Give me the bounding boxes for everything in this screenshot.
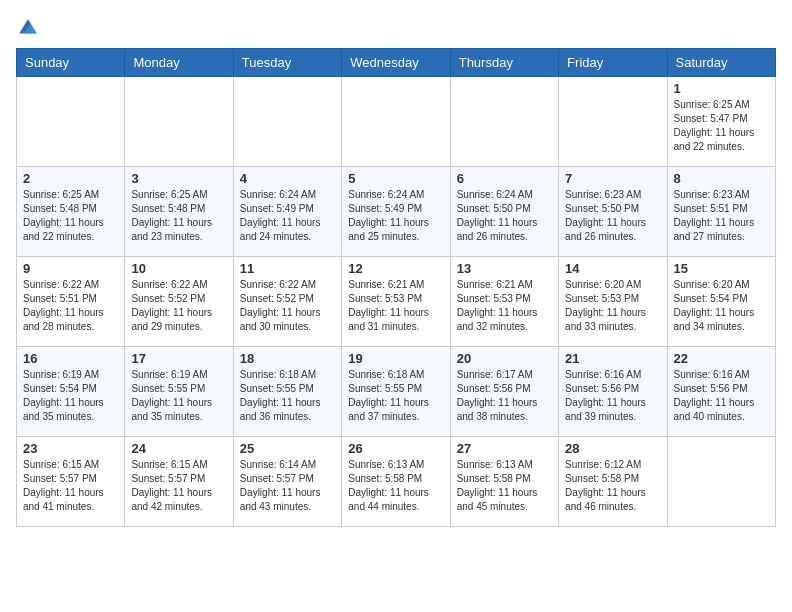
calendar-cell: 12Sunrise: 6:21 AM Sunset: 5:53 PM Dayli… (342, 257, 450, 347)
day-info: Sunrise: 6:22 AM Sunset: 5:51 PM Dayligh… (23, 278, 118, 334)
calendar-cell: 3Sunrise: 6:25 AM Sunset: 5:48 PM Daylig… (125, 167, 233, 257)
calendar-cell: 11Sunrise: 6:22 AM Sunset: 5:52 PM Dayli… (233, 257, 341, 347)
day-header-friday: Friday (559, 49, 667, 77)
calendar-cell: 23Sunrise: 6:15 AM Sunset: 5:57 PM Dayli… (17, 437, 125, 527)
day-number: 9 (23, 261, 118, 276)
day-info: Sunrise: 6:12 AM Sunset: 5:58 PM Dayligh… (565, 458, 660, 514)
calendar-cell: 9Sunrise: 6:22 AM Sunset: 5:51 PM Daylig… (17, 257, 125, 347)
calendar-cell: 22Sunrise: 6:16 AM Sunset: 5:56 PM Dayli… (667, 347, 775, 437)
day-number: 19 (348, 351, 443, 366)
day-info: Sunrise: 6:20 AM Sunset: 5:53 PM Dayligh… (565, 278, 660, 334)
day-info: Sunrise: 6:24 AM Sunset: 5:49 PM Dayligh… (348, 188, 443, 244)
day-number: 13 (457, 261, 552, 276)
calendar-cell: 20Sunrise: 6:17 AM Sunset: 5:56 PM Dayli… (450, 347, 558, 437)
calendar-cell: 15Sunrise: 6:20 AM Sunset: 5:54 PM Dayli… (667, 257, 775, 347)
day-number: 2 (23, 171, 118, 186)
calendar-week-row: 23Sunrise: 6:15 AM Sunset: 5:57 PM Dayli… (17, 437, 776, 527)
day-number: 22 (674, 351, 769, 366)
calendar-cell (125, 77, 233, 167)
day-number: 16 (23, 351, 118, 366)
day-info: Sunrise: 6:18 AM Sunset: 5:55 PM Dayligh… (240, 368, 335, 424)
calendar-cell: 8Sunrise: 6:23 AM Sunset: 5:51 PM Daylig… (667, 167, 775, 257)
day-header-tuesday: Tuesday (233, 49, 341, 77)
day-number: 18 (240, 351, 335, 366)
day-info: Sunrise: 6:21 AM Sunset: 5:53 PM Dayligh… (457, 278, 552, 334)
day-info: Sunrise: 6:25 AM Sunset: 5:48 PM Dayligh… (23, 188, 118, 244)
calendar-cell (233, 77, 341, 167)
day-number: 14 (565, 261, 660, 276)
day-info: Sunrise: 6:22 AM Sunset: 5:52 PM Dayligh… (240, 278, 335, 334)
day-info: Sunrise: 6:24 AM Sunset: 5:50 PM Dayligh… (457, 188, 552, 244)
calendar-cell (450, 77, 558, 167)
day-info: Sunrise: 6:21 AM Sunset: 5:53 PM Dayligh… (348, 278, 443, 334)
day-number: 6 (457, 171, 552, 186)
calendar-cell: 13Sunrise: 6:21 AM Sunset: 5:53 PM Dayli… (450, 257, 558, 347)
calendar-cell: 17Sunrise: 6:19 AM Sunset: 5:55 PM Dayli… (125, 347, 233, 437)
calendar-cell: 21Sunrise: 6:16 AM Sunset: 5:56 PM Dayli… (559, 347, 667, 437)
calendar-cell: 4Sunrise: 6:24 AM Sunset: 5:49 PM Daylig… (233, 167, 341, 257)
calendar-cell: 14Sunrise: 6:20 AM Sunset: 5:53 PM Dayli… (559, 257, 667, 347)
day-header-monday: Monday (125, 49, 233, 77)
day-info: Sunrise: 6:23 AM Sunset: 5:51 PM Dayligh… (674, 188, 769, 244)
day-number: 10 (131, 261, 226, 276)
calendar-cell: 2Sunrise: 6:25 AM Sunset: 5:48 PM Daylig… (17, 167, 125, 257)
day-number: 28 (565, 441, 660, 456)
day-info: Sunrise: 6:22 AM Sunset: 5:52 PM Dayligh… (131, 278, 226, 334)
day-info: Sunrise: 6:19 AM Sunset: 5:55 PM Dayligh… (131, 368, 226, 424)
calendar-cell: 27Sunrise: 6:13 AM Sunset: 5:58 PM Dayli… (450, 437, 558, 527)
day-info: Sunrise: 6:18 AM Sunset: 5:55 PM Dayligh… (348, 368, 443, 424)
day-number: 25 (240, 441, 335, 456)
day-number: 23 (23, 441, 118, 456)
day-header-wednesday: Wednesday (342, 49, 450, 77)
logo (16, 16, 44, 40)
calendar-cell (342, 77, 450, 167)
calendar-cell (17, 77, 125, 167)
day-number: 17 (131, 351, 226, 366)
day-info: Sunrise: 6:25 AM Sunset: 5:47 PM Dayligh… (674, 98, 769, 154)
day-info: Sunrise: 6:24 AM Sunset: 5:49 PM Dayligh… (240, 188, 335, 244)
day-number: 11 (240, 261, 335, 276)
day-number: 24 (131, 441, 226, 456)
calendar-cell (559, 77, 667, 167)
calendar-week-row: 9Sunrise: 6:22 AM Sunset: 5:51 PM Daylig… (17, 257, 776, 347)
calendar-cell: 26Sunrise: 6:13 AM Sunset: 5:58 PM Dayli… (342, 437, 450, 527)
day-info: Sunrise: 6:17 AM Sunset: 5:56 PM Dayligh… (457, 368, 552, 424)
calendar-week-row: 2Sunrise: 6:25 AM Sunset: 5:48 PM Daylig… (17, 167, 776, 257)
day-number: 26 (348, 441, 443, 456)
day-info: Sunrise: 6:25 AM Sunset: 5:48 PM Dayligh… (131, 188, 226, 244)
day-header-sunday: Sunday (17, 49, 125, 77)
day-number: 3 (131, 171, 226, 186)
day-number: 12 (348, 261, 443, 276)
day-header-thursday: Thursday (450, 49, 558, 77)
day-info: Sunrise: 6:13 AM Sunset: 5:58 PM Dayligh… (457, 458, 552, 514)
day-number: 1 (674, 81, 769, 96)
day-info: Sunrise: 6:14 AM Sunset: 5:57 PM Dayligh… (240, 458, 335, 514)
day-number: 21 (565, 351, 660, 366)
day-number: 8 (674, 171, 769, 186)
day-header-saturday: Saturday (667, 49, 775, 77)
day-info: Sunrise: 6:19 AM Sunset: 5:54 PM Dayligh… (23, 368, 118, 424)
day-info: Sunrise: 6:13 AM Sunset: 5:58 PM Dayligh… (348, 458, 443, 514)
day-number: 5 (348, 171, 443, 186)
page-header (16, 16, 776, 40)
calendar-cell: 5Sunrise: 6:24 AM Sunset: 5:49 PM Daylig… (342, 167, 450, 257)
calendar-cell: 7Sunrise: 6:23 AM Sunset: 5:50 PM Daylig… (559, 167, 667, 257)
day-number: 7 (565, 171, 660, 186)
calendar-header-row: SundayMondayTuesdayWednesdayThursdayFrid… (17, 49, 776, 77)
calendar-cell: 24Sunrise: 6:15 AM Sunset: 5:57 PM Dayli… (125, 437, 233, 527)
calendar-week-row: 1Sunrise: 6:25 AM Sunset: 5:47 PM Daylig… (17, 77, 776, 167)
calendar-cell: 19Sunrise: 6:18 AM Sunset: 5:55 PM Dayli… (342, 347, 450, 437)
day-info: Sunrise: 6:15 AM Sunset: 5:57 PM Dayligh… (131, 458, 226, 514)
calendar-cell (667, 437, 775, 527)
day-number: 15 (674, 261, 769, 276)
calendar-cell: 18Sunrise: 6:18 AM Sunset: 5:55 PM Dayli… (233, 347, 341, 437)
day-info: Sunrise: 6:23 AM Sunset: 5:50 PM Dayligh… (565, 188, 660, 244)
day-info: Sunrise: 6:15 AM Sunset: 5:57 PM Dayligh… (23, 458, 118, 514)
calendar-cell: 16Sunrise: 6:19 AM Sunset: 5:54 PM Dayli… (17, 347, 125, 437)
calendar-week-row: 16Sunrise: 6:19 AM Sunset: 5:54 PM Dayli… (17, 347, 776, 437)
day-info: Sunrise: 6:20 AM Sunset: 5:54 PM Dayligh… (674, 278, 769, 334)
calendar-cell: 1Sunrise: 6:25 AM Sunset: 5:47 PM Daylig… (667, 77, 775, 167)
calendar-cell: 28Sunrise: 6:12 AM Sunset: 5:58 PM Dayli… (559, 437, 667, 527)
calendar-cell: 10Sunrise: 6:22 AM Sunset: 5:52 PM Dayli… (125, 257, 233, 347)
day-info: Sunrise: 6:16 AM Sunset: 5:56 PM Dayligh… (565, 368, 660, 424)
